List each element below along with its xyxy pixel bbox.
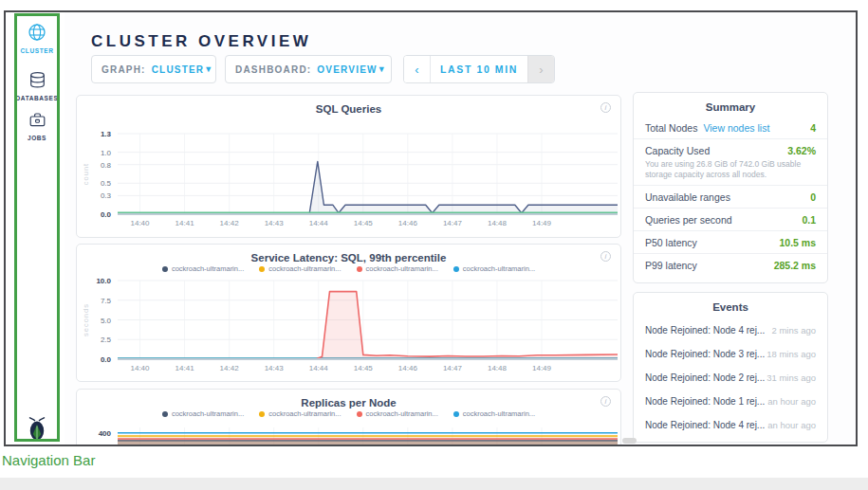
summary-label: Capacity Used bbox=[645, 145, 710, 156]
svg-text:14:47: 14:47 bbox=[443, 219, 463, 227]
svg-text:14:45: 14:45 bbox=[354, 219, 374, 227]
chart-card-service-latency: Service Latency: SQL, 99th percentile i … bbox=[76, 244, 621, 382]
svg-text:14:42: 14:42 bbox=[220, 219, 240, 227]
summary-value: 285.2 ms bbox=[774, 260, 816, 271]
svg-text:1.3: 1.3 bbox=[101, 130, 112, 138]
summary-panel: Summary Total NodesView nodes list4Capac… bbox=[633, 92, 828, 283]
graph-dropdown-label: GRAPH: bbox=[102, 64, 146, 75]
sidebar-item-label: JOBS bbox=[14, 135, 60, 141]
event-message: Node Rejoined: Node 4 rej... bbox=[645, 325, 765, 336]
svg-text:14:41: 14:41 bbox=[175, 219, 195, 227]
summary-subtext: You are using 26.8 GiB of 742.0 GiB usab… bbox=[645, 156, 816, 180]
event-message: Node Rejoined: Node 3 rej... bbox=[645, 349, 765, 359]
scrollbar-thumb[interactable] bbox=[622, 438, 637, 444]
chart-card-replicas-per-node: Replicas per Node i cockroach-ultramarin… bbox=[76, 389, 621, 446]
svg-text:14:44: 14:44 bbox=[309, 219, 329, 227]
event-row[interactable]: Node Rejoined: Node 3 rej...18 mins ago bbox=[634, 342, 827, 366]
chart-plot: 0.00.30.50.81.01.314:4014:4114:4214:4314… bbox=[77, 96, 622, 239]
svg-text:14:43: 14:43 bbox=[265, 219, 285, 227]
svg-text:14:47: 14:47 bbox=[443, 364, 463, 372]
svg-text:2.5: 2.5 bbox=[101, 336, 112, 344]
svg-text:14:42: 14:42 bbox=[220, 364, 240, 372]
event-row[interactable]: Node Rejoined: Node 4 rej...an hour ago bbox=[634, 413, 827, 437]
svg-text:14:44: 14:44 bbox=[309, 364, 329, 372]
event-time: an hour ago bbox=[767, 420, 816, 430]
svg-text:5.0: 5.0 bbox=[101, 317, 112, 325]
sidebar-item-databases[interactable]: DATABASES bbox=[14, 71, 60, 101]
svg-text:0.5: 0.5 bbox=[101, 179, 112, 188]
summary-label: Total Nodes bbox=[645, 122, 697, 134]
sidebar-item-jobs[interactable]: JOBS bbox=[14, 111, 60, 141]
summary-value: 3.62% bbox=[787, 145, 816, 156]
sidebar: CLUSTER DATABASES bbox=[6, 12, 65, 445]
svg-text:10.0: 10.0 bbox=[96, 277, 111, 285]
svg-text:14:40: 14:40 bbox=[131, 364, 151, 372]
page: CLUSTER DATABASES bbox=[0, 0, 868, 490]
summary-value: 0 bbox=[810, 191, 816, 203]
dashboard-dropdown[interactable]: DASHBOARD: OVERVIEW ▼ bbox=[225, 55, 392, 83]
dashboard-dropdown-value: OVERVIEW bbox=[317, 64, 377, 75]
summary-value: 10.5 ms bbox=[779, 237, 816, 248]
svg-text:0.0: 0.0 bbox=[101, 210, 112, 219]
svg-text:400: 400 bbox=[99, 429, 112, 438]
svg-text:14:40: 14:40 bbox=[131, 219, 151, 227]
summary-label: P99 latency bbox=[645, 260, 697, 271]
event-row[interactable]: Node Rejoined: Node 2 rej...31 mins ago bbox=[634, 366, 827, 390]
chart-plot: 0.02.55.07.510.014:4014:4114:4214:4314:4… bbox=[77, 245, 622, 383]
summary-row: P99 latency285.2 ms bbox=[634, 254, 827, 276]
chevron-down-icon: ▼ bbox=[204, 64, 212, 74]
view-nodes-link[interactable]: View nodes list bbox=[703, 122, 769, 134]
events-panel: Events Node Rejoined: Node 4 rej...2 min… bbox=[633, 292, 828, 443]
svg-text:1.0: 1.0 bbox=[101, 149, 112, 157]
chevron-left-icon[interactable]: ‹ bbox=[404, 56, 431, 82]
time-range-label[interactable]: LAST 10 MIN bbox=[431, 56, 527, 82]
chart-card-sql-queries: SQL Queries i 0.00.30.50.81.01.314:4014:… bbox=[76, 95, 621, 238]
graph-dropdown-value: CLUSTER bbox=[152, 64, 205, 75]
summary-row: Queries per second0.1 bbox=[634, 209, 827, 231]
svg-text:14:49: 14:49 bbox=[532, 364, 552, 372]
svg-text:7.5: 7.5 bbox=[101, 297, 112, 305]
summary-value: 0.1 bbox=[802, 214, 816, 226]
page-title: CLUSTER OVERVIEW bbox=[91, 32, 311, 51]
briefcase-icon bbox=[28, 116, 46, 132]
chevron-down-icon: ▼ bbox=[378, 64, 386, 74]
event-row[interactable]: Node Rejoined: Node 4 rej...2 mins ago bbox=[634, 318, 827, 342]
summary-row: P50 latency10.5 ms bbox=[634, 231, 827, 254]
cockroach-logo-icon[interactable] bbox=[14, 416, 60, 445]
database-icon bbox=[28, 76, 46, 92]
summary-label: Queries per second bbox=[645, 214, 732, 226]
summary-label: P50 latency bbox=[645, 237, 697, 248]
svg-text:14:49: 14:49 bbox=[532, 219, 552, 227]
svg-text:14:43: 14:43 bbox=[265, 364, 285, 372]
summary-label: Unavailable ranges bbox=[645, 191, 730, 203]
event-message: Node Rejoined: Node 1 rej... bbox=[645, 396, 765, 407]
time-range-selector: ‹ LAST 10 MIN › bbox=[403, 55, 555, 83]
globe-icon bbox=[28, 28, 46, 45]
event-time: an hour ago bbox=[767, 396, 816, 407]
svg-text:0.0: 0.0 bbox=[101, 355, 112, 364]
event-message: Node Rejoined: Node 4 rej... bbox=[645, 420, 765, 430]
event-message: Node Rejoined: Node 2 rej... bbox=[645, 372, 765, 383]
svg-text:count: count bbox=[82, 163, 90, 185]
summary-row: Unavailable ranges0 bbox=[634, 186, 827, 209]
annotation-label: Navigation Bar bbox=[2, 452, 95, 468]
graph-dropdown[interactable]: GRAPH: CLUSTER ▼ bbox=[91, 55, 216, 83]
svg-text:0.8: 0.8 bbox=[101, 161, 112, 170]
dashboard-dropdown-label: DASHBOARD: bbox=[235, 64, 311, 75]
chart-plot: 40014:4014:4114:4214:4314:4414:4514:4614… bbox=[77, 390, 622, 446]
summary-title: Summary bbox=[634, 93, 827, 113]
sidebar-item-label: DATABASES bbox=[14, 95, 60, 101]
summary-row: Capacity Used3.62%You are using 26.8 GiB… bbox=[634, 139, 827, 186]
bottom-strip bbox=[0, 478, 868, 490]
summary-value: 4 bbox=[810, 122, 816, 134]
svg-text:14:48: 14:48 bbox=[488, 219, 508, 227]
app-window: CLUSTER DATABASES bbox=[4, 10, 858, 446]
event-row[interactable]: Node Rejoined: Node 1 rej...an hour ago bbox=[634, 390, 827, 413]
svg-text:14:45: 14:45 bbox=[354, 364, 374, 372]
sidebar-item-cluster[interactable]: CLUSTER bbox=[14, 23, 60, 54]
svg-text:seconds: seconds bbox=[82, 303, 90, 336]
summary-row: Total NodesView nodes list4 bbox=[634, 117, 827, 139]
chevron-right-icon[interactable]: › bbox=[527, 56, 554, 82]
svg-text:14:41: 14:41 bbox=[175, 364, 195, 372]
event-time: 2 mins ago bbox=[772, 325, 816, 336]
